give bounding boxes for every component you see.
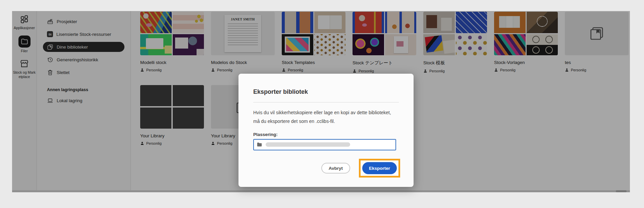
export-library-dialog: Eksporter bibliotek Hvis du vil sikkerhe… — [238, 74, 414, 187]
location-label: Plassering: — [253, 132, 399, 137]
dialog-actions: Avbryt Eksporter — [321, 159, 400, 178]
screen: Applikasjoner Filer Stock og Marketplace… — [0, 0, 644, 208]
dialog-divider — [253, 102, 399, 102]
dialog-body-text: Hvis du vil sikkerhetskopiere eller lage… — [253, 109, 399, 126]
annotation-highlight-box: Eksporter — [359, 159, 400, 178]
export-button[interactable]: Eksporter — [362, 162, 397, 174]
folder-icon — [257, 142, 262, 147]
cancel-button[interactable]: Avbryt — [321, 163, 350, 174]
dialog-title: Eksporter bibliotek — [253, 88, 399, 95]
location-input[interactable] — [253, 139, 396, 150]
location-value-redacted — [266, 142, 350, 147]
